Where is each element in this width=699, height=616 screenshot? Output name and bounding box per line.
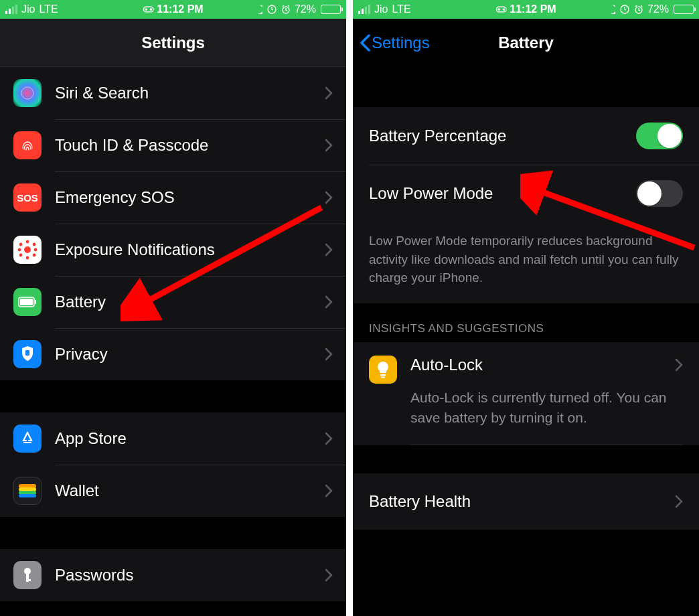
row-label: Privacy [55, 345, 325, 364]
chevron-right-icon [325, 139, 333, 152]
battery-icon [321, 5, 341, 14]
row-siri[interactable]: Siri & Search [0, 67, 346, 119]
row-battery-health[interactable]: Battery Health [353, 473, 699, 530]
carrier-label: Jio [374, 3, 388, 15]
moon-icon [605, 4, 616, 15]
battery-icon [674, 5, 694, 14]
spacer [353, 445, 699, 473]
alarm-icon [633, 4, 644, 15]
svg-rect-17 [25, 350, 29, 356]
chevron-right-icon [325, 86, 333, 100]
orientation-lock-icon [266, 4, 277, 15]
svg-rect-25 [26, 579, 31, 581]
settings-group-2: App Store Wallet [0, 412, 346, 517]
row-wallet[interactable]: Wallet [0, 465, 346, 517]
insight-description: Auto-Lock is currently turned off. You c… [410, 388, 683, 429]
row-touchid[interactable]: Touch ID & Passcode [0, 119, 346, 171]
battery-pct-label: 72% [647, 3, 669, 15]
sos-icon: SOS [13, 183, 42, 212]
battery-icon [13, 288, 42, 316]
svg-point-6 [20, 244, 22, 246]
row-sos[interactable]: SOS Emergency SOS [0, 171, 346, 224]
svg-point-7 [33, 244, 35, 246]
row-label: Wallet [55, 481, 325, 500]
svg-rect-15 [20, 299, 33, 305]
moon-icon [252, 4, 263, 15]
row-appstore[interactable]: App Store [0, 412, 346, 465]
row-label: Battery Health [369, 492, 675, 511]
svg-point-9 [33, 254, 35, 256]
page-title: Battery [498, 33, 554, 52]
page-title: Settings [141, 33, 205, 52]
row-label: Battery [55, 293, 325, 311]
bulb-icon [369, 356, 397, 384]
row-label: Passwords [55, 566, 325, 585]
battery-pct-label: 72% [295, 3, 316, 15]
phone-battery: Jio LTE 11:12 PM 72% Settings Battery Ba… [353, 0, 699, 616]
row-label: Battery Percentage [369, 127, 636, 145]
passwords-icon [13, 561, 42, 589]
svg-rect-31 [380, 374, 386, 376]
toggle-battery-percentage[interactable] [636, 123, 683, 149]
chevron-right-icon [325, 191, 333, 204]
privacy-icon [13, 340, 42, 368]
svg-point-13 [27, 257, 29, 259]
low-power-description: Low Power Mode temporarily reduces backg… [353, 222, 699, 303]
row-auto-lock[interactable]: Auto-Lock Auto-Lock is currently turned … [353, 342, 699, 445]
chevron-right-icon [325, 568, 333, 582]
toggle-low-power-mode[interactable] [636, 180, 683, 207]
row-label: App Store [55, 429, 325, 448]
row-label: Emergency SOS [55, 188, 325, 207]
svg-point-1 [149, 8, 152, 11]
svg-point-23 [24, 568, 31, 574]
row-label: Exposure Notifications [55, 240, 325, 259]
insight-title: Auto-Lock [410, 356, 483, 374]
chevron-right-icon [325, 484, 333, 497]
svg-point-8 [20, 254, 22, 256]
appstore-icon [13, 425, 42, 453]
chevron-right-icon [325, 348, 333, 361]
clock-label: 11:12 PM [510, 3, 556, 15]
row-battery-percentage[interactable]: Battery Percentage [353, 107, 699, 165]
svg-point-11 [35, 249, 37, 251]
chevron-right-icon [675, 358, 683, 372]
row-battery[interactable]: Battery [0, 276, 346, 328]
touchid-icon [13, 131, 42, 159]
svg-point-28 [502, 8, 505, 11]
hotspot-icon [143, 4, 153, 15]
svg-point-0 [145, 8, 147, 11]
settings-group-1: Siri & Search Touch ID & Passcode SOS Em… [0, 67, 346, 380]
svg-point-5 [24, 246, 31, 253]
spacer [353, 67, 699, 107]
svg-rect-32 [381, 376, 385, 378]
nav-header: Settings [0, 19, 346, 67]
wallet-icon [13, 477, 42, 505]
signal-icon [5, 5, 17, 14]
svg-point-12 [27, 241, 29, 243]
chevron-right-icon [325, 243, 333, 256]
alarm-icon [281, 4, 291, 15]
row-label: Touch ID & Passcode [55, 136, 325, 155]
battery-options-group: Battery Percentage Low Power Mode Low Po… [353, 107, 699, 303]
row-label: Low Power Mode [369, 184, 636, 203]
nav-header: Settings Battery [353, 19, 699, 67]
row-privacy[interactable]: Privacy [0, 328, 346, 380]
chevron-right-icon [325, 432, 333, 445]
siri-icon [13, 79, 42, 107]
row-low-power-mode[interactable]: Low Power Mode [353, 165, 699, 222]
insights-header: INSIGHTS AND SUGGESTIONS [353, 303, 699, 342]
row-exposure[interactable]: Exposure Notifications [0, 224, 346, 276]
row-passwords[interactable]: Passwords [0, 549, 346, 601]
row-label: Siri & Search [55, 84, 325, 102]
carrier-label: Jio [21, 3, 35, 15]
clock-label: 11:12 PM [157, 3, 203, 15]
exposure-icon [13, 236, 42, 264]
svg-rect-22 [19, 494, 36, 497]
orientation-lock-icon [619, 4, 630, 15]
back-button[interactable]: Settings [360, 33, 430, 52]
chevron-right-icon [675, 495, 683, 508]
hotspot-icon [495, 4, 506, 15]
signal-icon [358, 5, 370, 14]
back-label: Settings [372, 33, 430, 52]
status-bar: Jio LTE 11:12 PM 72% [0, 0, 346, 19]
